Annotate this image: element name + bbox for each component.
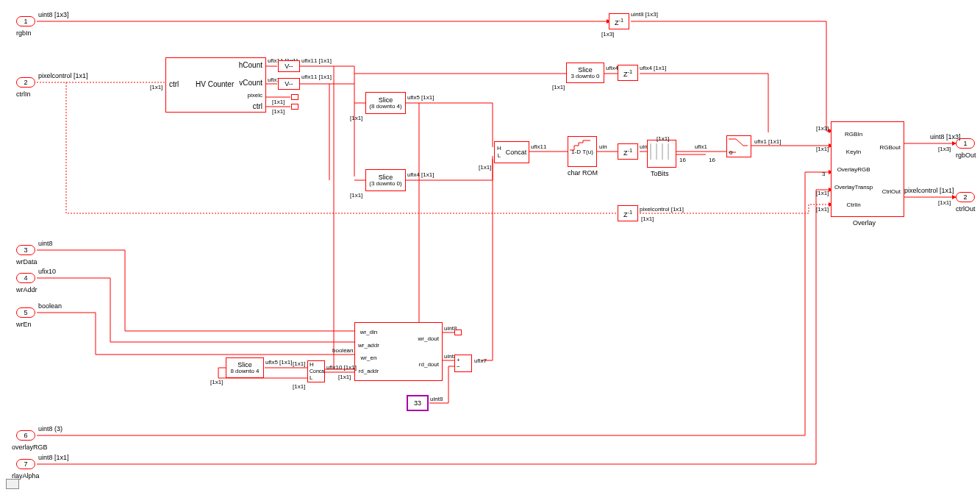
sig-label: uint8 [1x3] <box>631 11 658 18</box>
sig-label: ufix11 <box>531 143 546 150</box>
sig-label: ufix1 [1x1] <box>754 138 781 145</box>
port-rgbin[interactable]: 1 <box>16 16 35 26</box>
sig-label: ufix10 [1x1] <box>326 364 357 371</box>
slice-sub: (3 downto 0) <box>369 181 401 187</box>
subtract-block[interactable]: + − <box>454 355 472 372</box>
sig-label: [1x1] <box>272 108 285 115</box>
sig-label: ufix5 [1x1] <box>265 359 292 366</box>
port-ctrlout[interactable]: 2 <box>956 192 975 202</box>
sig-label: ufix5 [1x1] <box>407 94 434 101</box>
sig-label: [1x3] <box>816 125 829 132</box>
delay-text: Z-1 <box>623 147 632 157</box>
switch-block[interactable]: 0 <box>726 135 751 157</box>
port-overlayrgb[interactable]: 6 <box>16 430 35 441</box>
port-label: overlayRGB <box>12 444 48 451</box>
concat-l: L <box>310 374 312 382</box>
sig-label: [1x1] <box>350 192 362 199</box>
delay-rgb[interactable]: Z-1 <box>609 13 629 29</box>
tobits-n: 16 <box>679 157 686 163</box>
sig-label: [1x1] <box>293 383 305 390</box>
sig-label: [1x1] <box>210 379 223 385</box>
port-label: ctrlOut <box>956 205 976 213</box>
sig-label: [1x1] <box>479 164 491 171</box>
sig-label: boolean <box>38 302 62 310</box>
ov-out-0: RGBout <box>880 144 901 151</box>
port-ctrlin[interactable]: 2 <box>16 77 35 88</box>
concat-h: H <box>497 145 501 152</box>
delay-ctrl[interactable]: Z-1 <box>618 205 638 221</box>
slice-8-4[interactable]: Slice (8 downto 4) <box>365 92 406 114</box>
sig-label: ufix1 <box>695 143 707 150</box>
delay-rom[interactable]: Z-1 <box>618 143 638 160</box>
dim-label: [1x1] <box>938 199 951 206</box>
vsel-2[interactable]: V-- <box>278 78 300 90</box>
port-num: 4 <box>24 274 27 282</box>
mem-p1: wr_din <box>358 329 379 335</box>
sig-label: boolean <box>332 347 353 354</box>
sig-label: uint8 <box>430 396 443 402</box>
mem-o2: rd_dout <box>418 361 439 368</box>
sig-label: uint8 <box>38 240 53 247</box>
delay-text: Z-1 <box>623 68 632 78</box>
tobits-block[interactable] <box>647 140 676 168</box>
plus-icon: + <box>457 357 460 363</box>
port-wraddr[interactable]: 4 <box>16 273 35 283</box>
sig-label: ufix4 <box>606 65 618 71</box>
sig-label: [1x3] <box>601 31 614 38</box>
sig-label: [1x1] <box>350 115 362 121</box>
port-overlayalpha[interactable]: 7 <box>16 459 35 469</box>
vsel-label: V-- <box>285 80 293 88</box>
port-num: 1 <box>24 18 27 25</box>
dim-label: [1x1] <box>338 374 351 380</box>
ov-out-1: CtrlOut <box>880 188 901 195</box>
sig-label: uin <box>599 143 607 150</box>
memory-block[interactable]: wr_din wr_addr wr_en rd_addr wr_dout rd_… <box>354 322 443 381</box>
mem-o1: wr_dout <box>418 335 439 342</box>
slice-8-4-b[interactable]: Slice 8 downto 4 <box>226 357 264 378</box>
char-rom-block[interactable]: 1-D T(u) <box>568 136 597 167</box>
sig-label: uint8 (3) <box>38 425 62 432</box>
corner-icon <box>6 479 19 489</box>
sig-label: [1x1] <box>816 190 829 196</box>
concat-block[interactable]: H L Concat <box>494 141 529 163</box>
slice-sub: 8 downto 4 <box>230 368 259 374</box>
sig-label: [1x1] <box>150 84 162 90</box>
dim-label: [1x1] <box>641 216 654 222</box>
wire-layer <box>0 0 980 495</box>
terminator-3 <box>454 330 462 335</box>
delay-fix4[interactable]: Z-1 <box>618 65 638 81</box>
sig-label: ufix4 [1x1] <box>407 171 434 178</box>
overlay-block[interactable]: RGBIn KeyIn OverlayRGB OverlayTransp Ctr… <box>831 121 904 217</box>
concat-2[interactable]: H Conca L <box>307 360 325 382</box>
sig-label: pixelcontrol [1x1] <box>38 72 88 79</box>
const-33[interactable]: 33 <box>407 395 429 411</box>
mem-p2: wr_addr <box>358 342 379 349</box>
vsel-1[interactable]: V-- <box>278 60 300 72</box>
svg-line-14 <box>736 139 743 146</box>
hv-out4: ctrl <box>253 102 262 110</box>
vsel-label: V-- <box>285 63 293 70</box>
rom-top: 1-D T(u) <box>571 149 593 155</box>
mem-p4: rd_addr <box>358 368 379 374</box>
tobits-label: ToBits <box>651 170 669 177</box>
ov-in-3: OverlayTransp <box>834 184 873 190</box>
overlay-title: Overlay <box>853 219 876 227</box>
slice-3-0[interactable]: Slice (3 downto 0) <box>365 169 406 191</box>
hv-title: HV Counter <box>196 80 234 88</box>
slice-3-0-b[interactable]: Slice 3 downto 0 <box>566 63 604 83</box>
concat-title: Concat <box>506 149 527 156</box>
mem-p3: wr_en <box>358 355 379 361</box>
sig-label: ufix11 [1x1] <box>301 74 332 80</box>
terminator-1 <box>291 94 298 100</box>
dim-label: [1x1] <box>293 360 305 367</box>
port-num: 2 <box>963 193 967 201</box>
port-wren[interactable]: 5 <box>16 307 35 318</box>
port-wrdata[interactable]: 3 <box>16 245 35 255</box>
switch-zero: 0 <box>729 149 732 156</box>
hv-out3: pixelc <box>248 92 262 99</box>
slice-sub: (8 downto 4) <box>369 104 401 110</box>
port-num: 3 <box>24 246 27 254</box>
port-label: rgbIn <box>16 29 32 37</box>
hv-counter-block[interactable]: ctrl HV Counter hCount vCount pixelc ctr… <box>165 57 266 113</box>
port-num: 5 <box>24 309 27 316</box>
